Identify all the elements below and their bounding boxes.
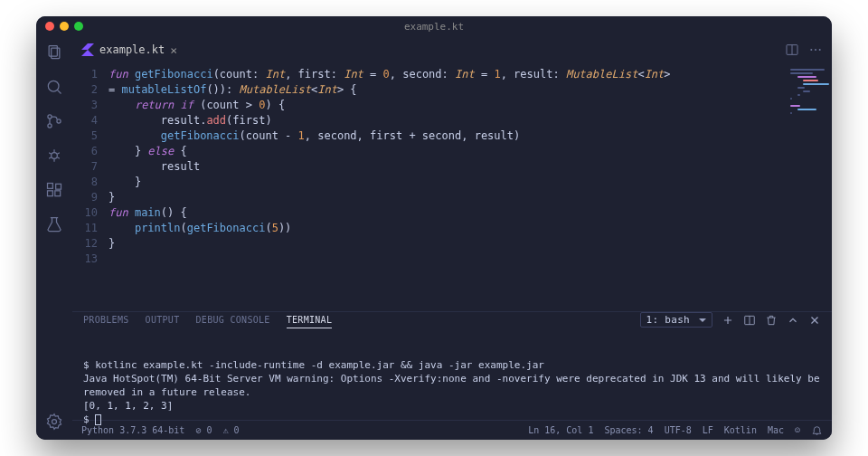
extensions-icon[interactable] xyxy=(45,181,63,199)
activity-bar xyxy=(36,36,72,440)
terminal-selector[interactable]: 1: bash xyxy=(640,312,712,328)
settings-icon[interactable] xyxy=(45,413,63,431)
source-control-icon[interactable] xyxy=(45,112,63,130)
split-terminal-icon[interactable] xyxy=(743,314,756,327)
svg-point-17 xyxy=(819,49,821,51)
window-body: example.kt × 12345678910111213 fun getFi… xyxy=(36,36,832,440)
svg-point-7 xyxy=(52,153,58,159)
panel-actions: 1: bash xyxy=(640,312,821,328)
window-title: example.kt xyxy=(404,21,464,33)
svg-point-6 xyxy=(57,119,61,123)
testing-icon[interactable] xyxy=(45,215,63,233)
tab-output[interactable]: OUTPUT xyxy=(146,315,180,325)
tab-debug-console[interactable]: DEBUG CONSOLE xyxy=(196,315,270,325)
close-tab-icon[interactable]: × xyxy=(170,43,177,57)
svg-point-5 xyxy=(48,124,52,128)
more-actions-icon[interactable] xyxy=(808,43,823,57)
svg-rect-1 xyxy=(52,48,60,59)
svg-point-15 xyxy=(810,49,812,51)
svg-rect-11 xyxy=(56,184,61,189)
svg-rect-0 xyxy=(49,46,57,57)
terminal-content[interactable]: $ kotlinc example.kt -include-runtime -d… xyxy=(72,328,832,440)
tab-filename: example.kt xyxy=(99,43,165,56)
svg-rect-9 xyxy=(48,191,53,196)
explorer-icon[interactable] xyxy=(45,43,63,62)
code-content[interactable]: fun getFibonacci(count: Int, first: Int … xyxy=(108,63,787,311)
minimap-content xyxy=(790,69,828,116)
editor-area[interactable]: 12345678910111213 fun getFibonacci(count… xyxy=(72,63,832,311)
debug-icon[interactable] xyxy=(45,147,63,165)
tab-problems[interactable]: PROBLEMS xyxy=(83,315,129,325)
bottom-panel: PROBLEMS OUTPUT DEBUG CONSOLE TERMINAL 1… xyxy=(72,311,832,420)
svg-point-12 xyxy=(52,420,57,424)
panel-tabs: PROBLEMS OUTPUT DEBUG CONSOLE TERMINAL 1… xyxy=(72,312,832,328)
svg-rect-10 xyxy=(55,191,61,196)
tab-terminal[interactable]: TERMINAL xyxy=(287,315,333,328)
close-window-button[interactable] xyxy=(45,22,54,31)
tab-bar: example.kt × xyxy=(72,36,832,63)
maximize-window-button[interactable] xyxy=(74,22,83,31)
main-area: example.kt × 12345678910111213 fun getFi… xyxy=(72,36,832,440)
kotlin-icon xyxy=(81,43,94,56)
minimap[interactable] xyxy=(787,63,832,311)
editor-actions xyxy=(785,43,832,57)
svg-point-2 xyxy=(48,81,59,91)
editor-window: example.kt example.kt × xyxy=(36,16,832,440)
minimize-window-button[interactable] xyxy=(60,22,69,31)
split-editor-icon[interactable] xyxy=(785,43,799,57)
tab-example-kt[interactable]: example.kt × xyxy=(72,36,186,63)
svg-rect-8 xyxy=(48,184,53,189)
activity-bottom xyxy=(45,413,63,431)
svg-point-16 xyxy=(815,49,816,51)
traffic-lights xyxy=(45,22,83,31)
search-icon[interactable] xyxy=(45,78,63,96)
close-panel-icon[interactable] xyxy=(808,314,821,327)
titlebar: example.kt xyxy=(36,16,832,36)
line-gutter: 12345678910111213 xyxy=(72,63,108,311)
new-terminal-icon[interactable] xyxy=(722,314,734,327)
kill-terminal-icon[interactable] xyxy=(765,314,778,327)
maximize-panel-icon[interactable] xyxy=(787,314,799,327)
svg-line-3 xyxy=(57,90,61,93)
svg-point-4 xyxy=(48,115,52,119)
